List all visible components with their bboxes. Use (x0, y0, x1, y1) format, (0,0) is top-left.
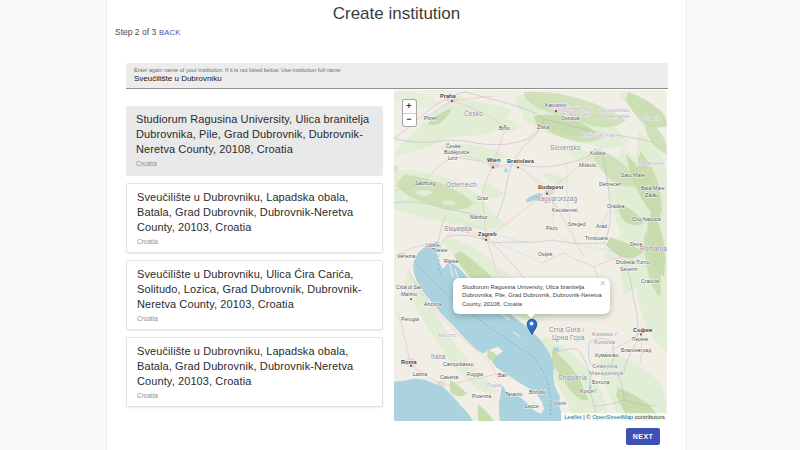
svg-text:Marino: Marino (401, 291, 417, 297)
svg-text:Rijeka: Rijeka (444, 258, 459, 264)
svg-text:Venezia: Venezia (397, 253, 416, 259)
svg-text:София: София (633, 327, 652, 333)
svg-text:Magyarország: Magyarország (535, 195, 577, 203)
svg-text:Brindisi: Brindisi (529, 389, 546, 395)
svg-text:Città di San: Città di San (396, 284, 423, 290)
svg-text:Salzburg: Salzburg (415, 180, 436, 186)
svg-text:Vlorë: Vlorë (554, 400, 566, 406)
svg-text:Puglia: Puglia (487, 382, 501, 388)
svg-text:Timișoara: Timișoara (585, 235, 608, 241)
svg-text:Roma: Roma (401, 359, 417, 365)
svg-text:Kosova: Kosova (594, 339, 616, 345)
svg-text:Благоевград: Благоевград (621, 347, 651, 353)
svg-text:Wien: Wien (487, 157, 501, 163)
svg-text:Satu Mare: Satu Mare (621, 172, 645, 178)
svg-text:Österreich: Österreich (446, 181, 477, 188)
svg-text:Oradea: Oradea (607, 203, 624, 209)
svg-text:Kecskemét: Kecskemét (552, 207, 578, 213)
svg-text:Szeged: Szeged (568, 221, 586, 227)
svg-text:Ancona: Ancona (424, 301, 442, 307)
svg-text:Куманово: Куманово (595, 352, 618, 358)
svg-text:Linz: Linz (448, 155, 458, 161)
svg-text:Arad: Arad (596, 223, 607, 229)
svg-text:Latina: Latina (413, 371, 427, 377)
svg-text:Budapest: Budapest (538, 184, 564, 190)
svg-text:Kosovo /: Kosovo / (592, 331, 617, 337)
svg-text:Slovenija: Slovenija (444, 225, 472, 233)
svg-text:Cluj-Napoca: Cluj-Napoca (632, 216, 661, 222)
svg-text:Žilina: Žilina (537, 123, 550, 130)
svg-text:Slovensko: Slovensko (550, 144, 581, 151)
svg-text:Praha: Praha (440, 93, 456, 99)
svg-text:Zagreb: Zagreb (478, 231, 497, 237)
svg-text:Severin: Severin (620, 266, 638, 272)
svg-text:Miskolc: Miskolc (579, 162, 597, 168)
svg-text:Перник: Перник (632, 337, 649, 342)
svg-text:România: România (640, 245, 667, 252)
svg-text:Plzeň: Plzeň (424, 115, 437, 121)
svg-text:Drobeta-Turnu: Drobeta-Turnu (616, 259, 650, 265)
svg-text:Graz: Graz (477, 195, 489, 201)
svg-text:Osijek: Osijek (538, 251, 553, 257)
svg-text:Udine: Udine (426, 242, 440, 248)
svg-text:Pécs: Pécs (546, 225, 558, 231)
svg-text:Potenza: Potenza (472, 393, 491, 399)
svg-text:Zalău: Zalău (645, 192, 658, 198)
svg-text:Brno: Brno (499, 125, 510, 131)
svg-text:Italia: Italia (431, 353, 446, 360)
svg-text:Maramureș: Maramureș (638, 160, 664, 166)
svg-text:Campobasso: Campobasso (443, 361, 474, 367)
svg-text:Korçë: Korçë (580, 388, 594, 394)
svg-text:Foggia: Foggia (467, 371, 483, 377)
svg-text:Битола: Битола (592, 379, 609, 385)
svg-text:Црна Гора: Црна Гора (552, 333, 585, 341)
svg-text:małopolskie: małopolskie (564, 111, 591, 117)
svg-text:Crna Gora /: Crna Gora / (549, 326, 585, 333)
svg-text:Taranto: Taranto (505, 391, 522, 397)
svg-text:Северна: Северна (592, 363, 618, 369)
svg-text:Bratislava: Bratislava (507, 158, 535, 164)
svg-text:Košice: Košice (590, 150, 606, 156)
svg-text:Maribor: Maribor (470, 214, 488, 220)
svg-text:область: область (642, 115, 661, 121)
svg-text:Lecce: Lecce (525, 403, 539, 409)
svg-text:Bari: Bari (498, 372, 507, 378)
svg-text:Debrecen: Debrecen (599, 181, 622, 187)
svg-text:Caserta: Caserta (440, 374, 458, 380)
svg-text:Abruzzo: Abruzzo (438, 332, 457, 338)
svg-text:Baia Mare: Baia Mare (641, 185, 665, 191)
svg-text:Prešovský kraj: Prešovský kraj (582, 132, 614, 138)
svg-text:Shqipëria: Shqipëria (558, 374, 587, 382)
svg-text:Craiova: Craiova (641, 278, 659, 284)
svg-text:Česko: Česko (464, 109, 483, 117)
svg-text:Македонија: Македонија (589, 370, 624, 376)
svg-text:Perugia: Perugia (401, 316, 419, 322)
svg-text:podkarpackie: podkarpackie (600, 113, 630, 119)
